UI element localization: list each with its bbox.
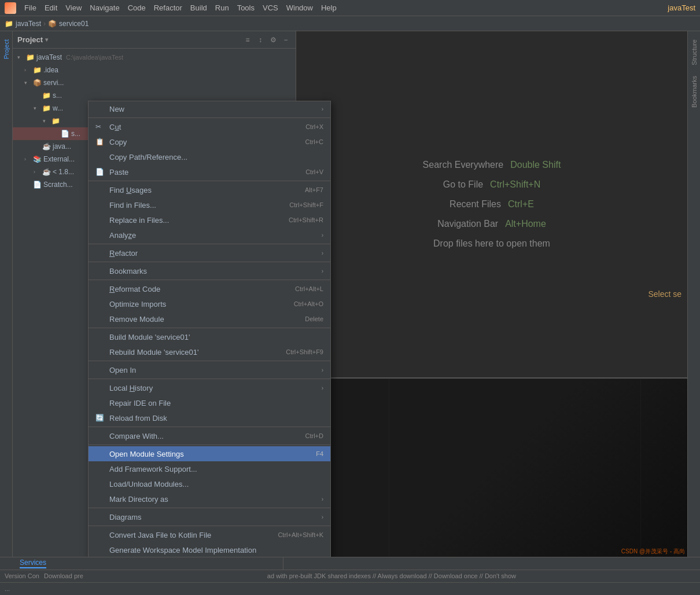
ctx-refactor[interactable]: Refactor ›	[89, 245, 330, 260]
ctx-analyze[interactable]: Analyze ›	[89, 227, 330, 243]
menu-edit[interactable]: Edit	[41, 2, 61, 13]
ctx-sep-6	[89, 328, 330, 328]
tree-label: Scratch...	[43, 181, 73, 189]
ctx-open-module-settings[interactable]: Open Module Settings F4	[89, 446, 330, 461]
ctx-reformat[interactable]: Reformat Code Ctrl+Alt+L	[89, 281, 330, 296]
ctx-remove-module[interactable]: Remove Module Delete	[89, 311, 330, 326]
menu-window[interactable]: Window	[283, 2, 316, 13]
folder-icon: 📁	[42, 91, 51, 100]
panel-expand-btn[interactable]: ↕	[255, 35, 266, 45]
menu-code[interactable]: Code	[124, 2, 149, 13]
ctx-analyze-label: Analyze	[109, 231, 319, 240]
menu-bar: File Edit View Navigate Code Refactor Bu…	[21, 2, 340, 13]
go-to-file-shortcut: Ctrl+Shift+N	[490, 179, 540, 190]
ctx-cut-icon: ✂	[95, 123, 106, 131]
tree-label: s...	[71, 130, 80, 138]
tree-item-s1[interactable]: 📁 s...	[13, 89, 296, 102]
menu-vcs[interactable]: VCS	[259, 2, 282, 13]
search-everywhere-hint: Search Everywhere Double Shift	[423, 160, 561, 170]
ctx-generate-workspace[interactable]: Generate Workspace Model Implementation	[89, 542, 330, 557]
tree-item-javatest[interactable]: ▾ 📁 javaTest C:\javaIdea\javaTest	[13, 51, 296, 64]
ctx-open-in-arrow: ›	[322, 367, 323, 373]
download-pre-label[interactable]: Download pre	[44, 572, 83, 579]
scratch-icon: 📄	[33, 181, 42, 189]
ctx-cut-label: Cut	[109, 123, 305, 131]
go-to-file-label: Go to File	[443, 179, 483, 190]
recent-files-label: Recent Files	[450, 199, 501, 210]
ctx-sep-3	[89, 244, 330, 244]
services-tab-label[interactable]: Services	[20, 559, 46, 568]
menu-navigate[interactable]: Navigate	[86, 2, 123, 13]
java-icon: ☕	[42, 142, 51, 150]
ctx-build-module[interactable]: Build Module 'service01'	[89, 329, 330, 344]
csdn-watermark: CSDN @并茂采号 - 高尚	[621, 548, 685, 556]
ctx-convert-kotlin[interactable]: Convert Java File to Kotlin File Ctrl+Al…	[89, 527, 330, 542]
ctx-refactor-label: Refactor	[109, 249, 319, 258]
version-control-label[interactable]: Version Con	[5, 572, 39, 579]
menu-run[interactable]: Run	[212, 2, 233, 13]
ctx-convert-kotlin-label: Convert Java File to Kotlin File	[109, 531, 278, 539]
ctx-new[interactable]: New ›	[89, 101, 330, 116]
sidebar-tab-structure[interactable]: Structure	[689, 35, 699, 70]
ctx-mark-directory[interactable]: Mark Directory as ›	[89, 491, 330, 506]
ctx-compare-with[interactable]: Compare With... Ctrl+D	[89, 428, 330, 443]
tree-item-idea[interactable]: › 📁 .idea	[13, 64, 296, 76]
tree-item-servi[interactable]: ▾ 📦 servi...	[13, 76, 296, 89]
ctx-optimize[interactable]: Optimize Imports Ctrl+Alt+O	[89, 296, 330, 311]
ctx-repair-ide[interactable]: Repair IDE on File	[89, 395, 330, 410]
ctx-reload-disk[interactable]: 🔄 Reload from Disk	[89, 410, 330, 425]
panel-title-chevron[interactable]: ▾	[45, 36, 48, 43]
menu-help[interactable]: Help	[318, 2, 340, 13]
ctx-find-usages[interactable]: Find Usages Alt+F7	[89, 182, 330, 197]
ctx-local-history[interactable]: Local History ›	[89, 380, 330, 395]
ctx-paste[interactable]: 📄 Paste Ctrl+V	[89, 164, 330, 179]
sidebar-tab-bookmarks[interactable]: Bookmarks	[689, 71, 699, 112]
ctx-bookmarks[interactable]: Bookmarks ›	[89, 263, 330, 278]
menu-file[interactable]: File	[21, 2, 40, 13]
context-menu: New › ✂ Cut Ctrl+X 📋 Copy Ctrl+C Copy Pa…	[88, 101, 331, 557]
folder-icon: 📁	[33, 66, 42, 74]
ctx-find-files-shortcut: Ctrl+Shift+F	[289, 201, 323, 208]
ctx-add-framework[interactable]: Add Framework Support...	[89, 461, 330, 476]
status-bar-text: ad with pre-built JDK shared indexes // …	[88, 572, 695, 579]
content-area: Project Project ▾ ≡ ↕ ⚙ − ▾	[0, 31, 700, 557]
menu-build[interactable]: Build	[187, 2, 211, 13]
panel-settings-btn[interactable]: ⚙	[268, 35, 278, 45]
tree-label: java...	[53, 142, 71, 150]
ctx-cut[interactable]: ✂ Cut Ctrl+X	[89, 119, 330, 134]
title-bar: File Edit View Navigate Code Refactor Bu…	[0, 0, 700, 16]
ctx-replace-files[interactable]: Replace in Files... Ctrl+Shift+R	[89, 212, 330, 227]
ctx-copy-path[interactable]: Copy Path/Reference...	[89, 149, 330, 164]
ctx-rebuild-module[interactable]: Rebuild Module 'service01' Ctrl+Shift+F9	[89, 344, 330, 359]
ctx-optimize-shortcut: Ctrl+Alt+O	[294, 300, 323, 307]
ctx-sep-9	[89, 427, 330, 427]
drop-files-hint: Drop files here to open them	[433, 238, 550, 249]
ctx-find-usages-label: Find Usages	[109, 186, 305, 194]
menu-refactor[interactable]: Refactor	[150, 2, 186, 13]
tree-arrow: ▾	[17, 54, 24, 60]
ctx-find-files[interactable]: Find in Files... Ctrl+Shift+F	[89, 197, 330, 212]
recent-files-hint: Recent Files Ctrl+E	[450, 199, 534, 210]
ctx-compare-with-shortcut: Ctrl+D	[305, 432, 323, 439]
bottom-section: CSDN @并茂采号 - 高尚	[296, 377, 687, 557]
panel-close-btn[interactable]: −	[281, 35, 291, 45]
panel-title-label: Project	[17, 35, 43, 44]
sidebar-tab-project[interactable]: Project	[1, 35, 12, 64]
bottom-status-bar: Version Con Download pre ad with pre-bui…	[0, 570, 700, 595]
menu-tools[interactable]: Tools	[234, 2, 258, 13]
tree-arrow: ›	[24, 156, 31, 162]
ctx-refactor-arrow: ›	[322, 250, 323, 256]
ctx-cut-shortcut: Ctrl+X	[305, 123, 323, 130]
breadcrumb-project[interactable]: javaTest	[16, 20, 41, 28]
ctx-local-history-arrow: ›	[322, 385, 323, 391]
tree-label: w...	[53, 104, 63, 112]
ctx-reload-disk-icon: 🔄	[95, 414, 106, 422]
menu-view[interactable]: View	[62, 2, 85, 13]
ctx-diagrams[interactable]: Diagrams ›	[89, 509, 330, 524]
ctx-open-in[interactable]: Open In ›	[89, 362, 330, 377]
ctx-sep-10	[89, 445, 330, 445]
panel-collapse-btn[interactable]: ≡	[242, 35, 253, 45]
ctx-load-unload[interactable]: Load/Unload Modules...	[89, 476, 330, 491]
ctx-copy[interactable]: 📋 Copy Ctrl+C	[89, 134, 330, 149]
app-layout: File Edit View Navigate Code Refactor Bu…	[0, 0, 700, 595]
